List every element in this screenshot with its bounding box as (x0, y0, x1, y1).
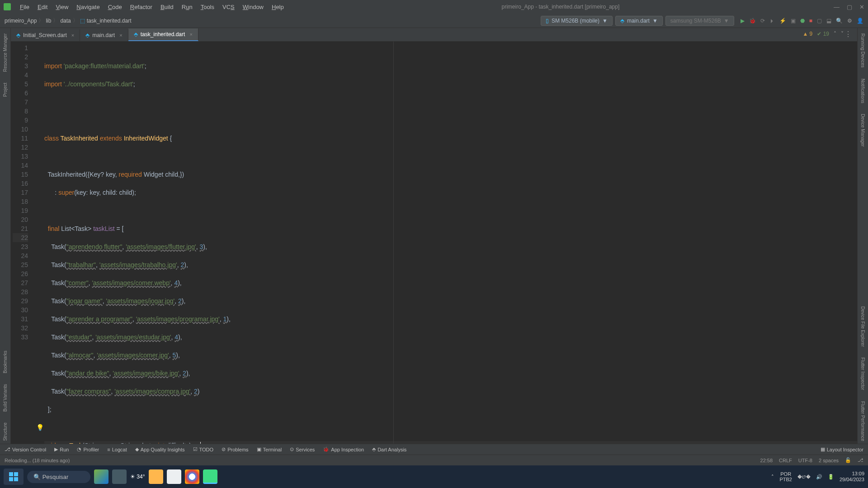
app-explorer[interactable] (149, 469, 163, 484)
maximize-icon[interactable]: ▢ (847, 4, 852, 10)
tab-main[interactable]: ⬘main.dart× (80, 29, 128, 41)
statusbar: Reloading... (18 minutes ago) 22:58 CRLF… (0, 455, 868, 465)
tool-running-devices[interactable]: Running Devices (860, 31, 865, 70)
inspections-widget[interactable]: ▲ 9 ✔ 19 ˄˅ (802, 31, 844, 37)
readonly-icon[interactable]: 🔓 (845, 457, 851, 463)
menu-refactor[interactable]: Refactor (127, 3, 156, 11)
menu-view[interactable]: View (52, 3, 72, 11)
menu-run[interactable]: Run (178, 3, 196, 11)
chevron-down-icon: ▼ (602, 18, 608, 24)
run-config-selector[interactable]: ⬘main.dart▼ (615, 16, 663, 26)
tab-initial-screen[interactable]: ⬘Initial_Screen.dart× (11, 29, 80, 41)
menu-code[interactable]: Code (104, 3, 126, 11)
app-chrome[interactable] (185, 469, 199, 484)
status-message: Reloading... (18 minutes ago) (5, 458, 70, 463)
tool-flutter-inspector[interactable]: Flutter Inspector (860, 355, 865, 393)
menu-window[interactable]: Window (239, 3, 267, 11)
start-button[interactable] (4, 469, 24, 485)
tool-device-manager[interactable]: Device Manager (860, 111, 865, 150)
crumb-project[interactable]: primeiro_App (5, 18, 37, 24)
tool-app-quality[interactable]: ◆ App Quality Insights (135, 446, 185, 452)
crumb-file[interactable]: task_inherited.dart (87, 18, 132, 24)
tool-build-variants[interactable]: Build Variants (3, 381, 8, 414)
crumb-data[interactable]: data (60, 18, 71, 24)
menu-navigate[interactable]: Navigate (73, 3, 103, 11)
os-search[interactable]: 🔍 Pesquisar (27, 471, 90, 483)
tool-logcat[interactable]: ≡ Logcat (107, 447, 127, 452)
tool-todo[interactable]: ☑ TODO (193, 446, 214, 452)
menu-file[interactable]: File (16, 3, 33, 11)
app-task-view[interactable] (112, 469, 127, 484)
main-menu: File Edit View Navigate Code Refactor Bu… (16, 3, 288, 11)
crumb-lib[interactable]: lib (46, 18, 51, 24)
tray-chevron-icon[interactable]: ˄ (771, 474, 774, 480)
weather-widget[interactable]: ☀ 34° (130, 474, 145, 480)
svg-rect-3 (14, 477, 18, 481)
settings-icon[interactable]: ⚙ (847, 18, 852, 24)
status-encoding[interactable]: UTF-8 (798, 458, 812, 463)
target-selector[interactable]: samsung SM-M526B▼ (665, 16, 734, 26)
tab-task-inherited[interactable]: ⬘task_inherited.dart× (128, 28, 198, 41)
tool-run[interactable]: ▶ Run (54, 446, 69, 452)
tool-dart-analysis[interactable]: ⬘ Dart Analysis (372, 446, 406, 452)
menu-edit[interactable]: Edit (34, 3, 51, 11)
menu-build[interactable]: Build (157, 3, 177, 11)
tool-app-inspection[interactable]: 🐞 App Inspection (323, 446, 364, 452)
right-toolbar: Running Devices Notifications Device Man… (857, 28, 868, 444)
minimize-icon[interactable]: — (834, 4, 840, 10)
tool-structure[interactable]: Structure (3, 420, 8, 444)
search-icon[interactable]: 🔍 (836, 18, 843, 24)
stop-icon[interactable]: ■ (809, 18, 812, 24)
tool-profiler[interactable]: ◔ Profiler (77, 446, 99, 452)
hot-reload-icon[interactable]: ⚡ (779, 18, 786, 24)
window-title: primeiro_App - task_inherited.dart [prim… (288, 4, 834, 10)
app-store[interactable] (167, 469, 181, 484)
run-icon[interactable]: ▶ (741, 18, 745, 24)
editor: ⬘Initial_Screen.dart× ⬘main.dart× ⬘task_… (11, 28, 857, 444)
profile-icon[interactable]: ⏵ (769, 18, 775, 24)
tool-version-control[interactable]: ⎇ Version Control (5, 446, 46, 452)
tool-services[interactable]: ⊙ Services (290, 446, 315, 452)
menu-help[interactable]: Help (268, 3, 288, 11)
tool-bookmarks[interactable]: Bookmarks (3, 348, 8, 376)
left-toolbar: Resource Manager Project Bookmarks Build… (0, 28, 11, 444)
wifi-icon[interactable]: �છ� (797, 474, 811, 480)
os-taskbar: 🔍 Pesquisar ☀ 34° ˄ PORPTB2 �છ� 🔊 🔋 13:0… (0, 465, 868, 488)
close-tab-icon[interactable]: × (71, 33, 74, 38)
status-position[interactable]: 22:58 (760, 458, 773, 463)
menu-tools[interactable]: Tools (197, 3, 218, 11)
tool-resource-manager[interactable]: Resource Manager (3, 31, 8, 75)
battery-icon[interactable]: 🔋 (828, 474, 834, 480)
tool-project[interactable]: Project (3, 80, 8, 99)
menu-vcs[interactable]: VCS (219, 3, 238, 11)
gutter: 1234567891011121314151617181920212223242… (11, 42, 36, 444)
system-tray[interactable]: ˄ PORPTB2 �છ� 🔊 🔋 13:0929/04/2023 (771, 471, 864, 483)
tool-device-file-explorer[interactable]: Device File Explorer (860, 304, 865, 349)
avd-icon[interactable]: ▢ (817, 18, 822, 24)
tool-problems[interactable]: ⊘ Problems (222, 446, 248, 452)
sdk-icon[interactable]: ⬓ (826, 18, 831, 24)
close-tab-icon[interactable]: × (119, 33, 122, 38)
android-icon[interactable]: ⬣ (800, 18, 805, 24)
code-area[interactable]: 1234567891011121314151617181920212223242… (11, 42, 857, 444)
volume-icon[interactable]: 🔊 (816, 474, 822, 480)
branch-icon[interactable]: ⎇ (858, 457, 863, 463)
coverage-icon[interactable]: ⟳ (760, 18, 765, 24)
tool-notifications[interactable]: Notifications (860, 76, 865, 106)
close-tab-icon[interactable]: × (189, 32, 192, 37)
close-icon[interactable]: ✕ (859, 4, 864, 10)
debug-icon[interactable]: 🐞 (749, 18, 756, 24)
code[interactable]: import 'package:flutter/material.dart'; … (42, 42, 857, 444)
clock[interactable]: 13:0929/04/2023 (840, 471, 864, 483)
attach-icon[interactable]: ▣ (791, 18, 796, 24)
account-icon[interactable]: 👤 (857, 18, 863, 24)
app-android-studio[interactable] (203, 469, 217, 484)
titlebar: File Edit View Navigate Code Refactor Bu… (0, 0, 868, 14)
tool-layout-inspector[interactable]: ▦ Layout Inspector (821, 446, 863, 452)
tool-flutter-performance[interactable]: Flutter Performance (860, 399, 865, 444)
app-landscape[interactable] (94, 469, 108, 484)
device-selector[interactable]: ▯SM M526B (mobile)▼ (541, 16, 613, 26)
status-indent[interactable]: 2 spaces (819, 458, 839, 463)
status-line-sep[interactable]: CRLF (779, 458, 792, 463)
tool-terminal[interactable]: ▣ Terminal (257, 446, 282, 452)
